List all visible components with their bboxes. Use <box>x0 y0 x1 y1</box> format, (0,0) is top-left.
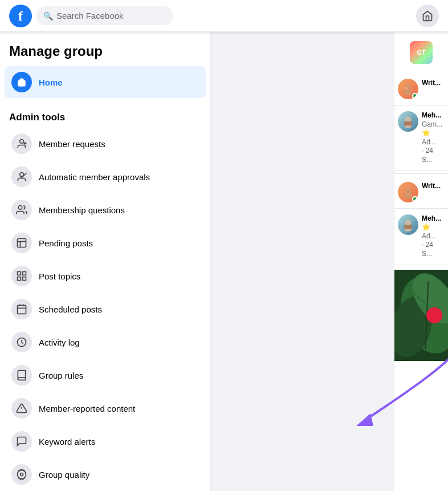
post-topics-icon <box>11 266 32 286</box>
svg-rect-8 <box>18 272 21 275</box>
avatar-2 <box>398 111 418 132</box>
svg-point-20 <box>18 470 26 479</box>
group-rules-label: Group rules <box>39 371 83 380</box>
sidebar-item-keyword-alerts[interactable]: Keyword alerts <box>5 425 206 457</box>
sidebar-title: Manage group <box>5 41 206 66</box>
svg-rect-9 <box>23 272 26 275</box>
svg-rect-12 <box>18 305 26 314</box>
sidebar-item-post-topics[interactable]: Post topics <box>5 260 206 292</box>
sidebar-item-member-reported[interactable]: Member-reported content <box>5 392 206 424</box>
post-text-4: Meh... ⭐ Ad... · 24 S... <box>422 214 445 259</box>
red-circle-button[interactable] <box>426 307 442 323</box>
page-layout: Manage group Home Admin tools <box>0 32 448 491</box>
post-item-3: Writ... <box>394 176 448 209</box>
online-indicator <box>412 93 418 99</box>
avatar-4 <box>398 214 418 235</box>
member-requests-icon <box>11 133 32 154</box>
svg-point-0 <box>20 140 24 144</box>
sidebar-item-group-quality[interactable]: Group quality <box>5 458 206 490</box>
sidebar-item-pending-posts[interactable]: Pending posts <box>5 227 206 259</box>
post-text-2: Meh... Gam... ⭐ Ad... · 24 S... <box>422 111 445 165</box>
avatar-3 <box>398 182 418 202</box>
svg-point-4 <box>18 206 22 210</box>
post-text-3: Writ... <box>422 182 441 191</box>
sidebar: Manage group Home Admin tools <box>0 32 211 491</box>
pending-posts-label: Pending posts <box>39 238 93 248</box>
member-reported-label: Member-reported content <box>39 404 135 413</box>
svg-point-29 <box>404 193 412 198</box>
search-icon: 🔍 <box>43 11 53 21</box>
main-content: GT Writ... <box>211 32 448 491</box>
pending-posts-icon <box>11 233 32 253</box>
keyword-alerts-icon <box>11 431 32 452</box>
sidebar-item-activity-log[interactable]: Activity log <box>5 326 206 358</box>
post-item-1: Writ... <box>394 73 448 105</box>
post-text-1: Writ... <box>422 79 441 88</box>
activity-log-icon <box>11 332 32 352</box>
sidebar-item-home[interactable]: Home <box>5 66 206 98</box>
svg-rect-10 <box>23 277 26 281</box>
member-requests-label: Member requests <box>39 139 105 149</box>
home-item-label: Home <box>39 78 63 87</box>
post-item-2: Meh... Gam... ⭐ Ad... · 24 S... <box>394 105 448 171</box>
search-placeholder: Search Facebook <box>56 11 124 21</box>
scheduled-posts-label: Scheduled posts <box>39 305 102 314</box>
scheduled-posts-icon <box>11 299 32 319</box>
svg-marker-40 <box>356 413 373 426</box>
sidebar-item-group-rules[interactable]: Group rules <box>5 359 206 391</box>
svg-rect-5 <box>18 239 26 247</box>
topbar: f 🔍 Search Facebook <box>0 0 448 32</box>
keyword-alerts-label: Keyword alerts <box>39 437 95 447</box>
activity-log-label: Activity log <box>39 338 80 347</box>
right-panel: GT Writ... <box>394 32 448 491</box>
sidebar-item-member-requests[interactable]: Member requests <box>5 128 206 160</box>
membership-questions-label: Membership questions <box>39 205 125 215</box>
post-item-4: Meh... ⭐ Ad... · 24 S... <box>394 209 448 265</box>
nature-image <box>394 270 448 361</box>
sidebar-item-automatic-approvals[interactable]: Automatic member approvals <box>5 161 206 193</box>
sidebar-item-scheduled-posts[interactable]: Scheduled posts <box>5 293 206 325</box>
automatic-approvals-icon <box>11 167 32 187</box>
member-reported-icon <box>11 398 32 419</box>
admin-tools-title: Admin tools <box>5 107 206 125</box>
group-quality-label: Group quality <box>39 470 89 480</box>
svg-rect-27 <box>404 121 412 125</box>
svg-point-24 <box>405 87 408 90</box>
home-item-icon <box>11 72 32 92</box>
gt-badge: GT <box>410 41 433 64</box>
group-rules-icon <box>11 365 32 386</box>
svg-rect-32 <box>404 225 412 229</box>
facebook-logo[interactable]: f <box>9 5 32 27</box>
avatar-1 <box>398 79 418 99</box>
automatic-approvals-label: Automatic member approvals <box>39 172 150 182</box>
topbar-right <box>416 5 439 27</box>
search-bar[interactable]: 🔍 Search Facebook <box>36 6 173 25</box>
online-indicator-2 <box>412 196 418 202</box>
group-quality-icon <box>11 464 32 485</box>
membership-questions-icon <box>11 200 32 220</box>
svg-point-19 <box>21 473 23 476</box>
post-topics-label: Post topics <box>39 271 80 281</box>
svg-rect-11 <box>18 277 21 281</box>
sidebar-item-membership-questions[interactable]: Membership questions <box>5 194 206 226</box>
svg-point-28 <box>405 188 411 193</box>
home-nav-button[interactable] <box>416 5 439 27</box>
